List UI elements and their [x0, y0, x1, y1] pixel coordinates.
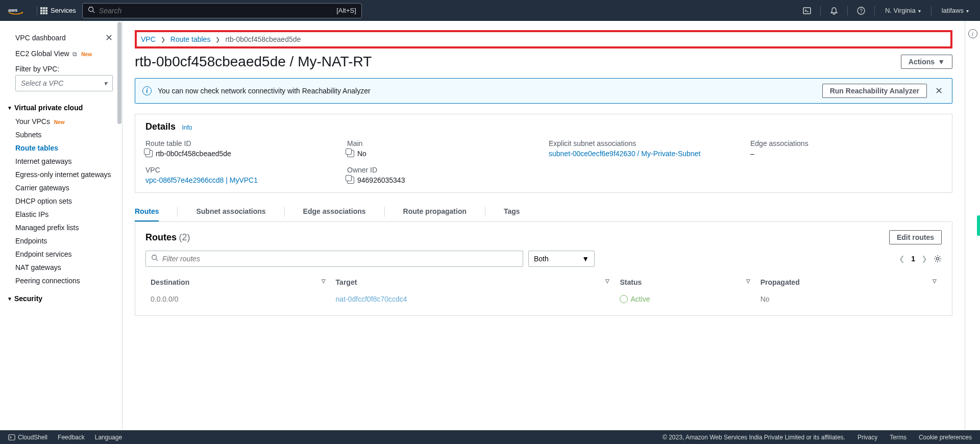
routes-scope-select[interactable]: Both ▼ [528, 251, 595, 267]
svg-rect-5 [43, 10, 45, 12]
col-propagated[interactable]: Propagated▽ [755, 274, 942, 291]
sidebar-item-igw[interactable]: Internet gateways [0, 155, 122, 168]
info-icon[interactable]: i [968, 29, 977, 38]
close-icon[interactable]: ✕ [105, 32, 113, 43]
svg-text:?: ? [860, 8, 863, 14]
tabs: Routes Subnet associations Edge associat… [135, 202, 952, 222]
vpc-label: VPC [145, 166, 337, 174]
cloudshell-icon[interactable] [799, 3, 815, 19]
search-input[interactable] [99, 7, 336, 15]
col-destination[interactable]: Destination▽ [145, 274, 331, 291]
scrollbar-thumb[interactable] [117, 22, 121, 124]
run-reachability-button[interactable]: Run Reachability Analyzer [822, 84, 927, 98]
breadcrumb: VPC ❯ Route tables ❯ rtb-0b0cf458cbeaed5… [141, 35, 946, 43]
sidebar-item-your-vpcs[interactable]: Your VPCs New [0, 115, 122, 128]
sidebar-item-subnets[interactable]: Subnets [0, 128, 122, 141]
copy-icon[interactable] [145, 150, 153, 157]
edit-routes-button[interactable]: Edit routes [889, 230, 942, 244]
svg-point-10 [89, 7, 93, 11]
col-status[interactable]: Status▽ [615, 274, 755, 291]
sidebar-item-prefix[interactable]: Managed prefix lists [0, 221, 122, 234]
global-search[interactable]: [Alt+S] [82, 3, 362, 18]
next-page-button[interactable]: ❯ [921, 255, 927, 263]
cloudshell-link[interactable]: CloudShell [8, 434, 47, 441]
breadcrumb-highlight: VPC ❯ Route tables ❯ rtb-0b0cf458cbeaed5… [135, 30, 952, 48]
vpc-filter-select[interactable]: Select a VPC ▾ [15, 75, 113, 91]
terms-link[interactable]: Terms [890, 434, 906, 441]
chevron-down-icon: ▼ [582, 255, 589, 263]
language-link[interactable]: Language [95, 434, 122, 441]
sidebar-item-nat[interactable]: NAT gateways [0, 261, 122, 274]
cookies-link[interactable]: Cookie preferences [919, 434, 972, 441]
routes-filter-input[interactable] [162, 255, 518, 263]
col-target[interactable]: Target▽ [331, 274, 615, 291]
main: VPC ❯ Route tables ❯ rtb-0b0cf458cbeaed5… [122, 21, 980, 430]
cell-destination: 0.0.0.0/0 [145, 291, 331, 308]
tab-routes[interactable]: Routes [135, 202, 159, 221]
sidebar-item-eip[interactable]: Elastic IPs [0, 208, 122, 221]
main-value: No [357, 150, 366, 158]
sidebar-item-route-tables[interactable]: Route tables [0, 141, 122, 155]
privacy-link[interactable]: Privacy [857, 434, 877, 441]
routes-filter[interactable] [145, 251, 523, 267]
new-badge: New [54, 119, 65, 125]
info-link[interactable]: Info [182, 124, 192, 131]
filter-vpc-label: Filter by VPC: [0, 61, 122, 75]
actions-button[interactable]: Actions ▼ [901, 55, 952, 69]
sidebar-item-endpoints[interactable]: Endpoints [0, 234, 122, 248]
breadcrumb-vpc[interactable]: VPC [141, 35, 156, 43]
notice-message: You can now check network connectivity w… [158, 87, 816, 95]
tab-route-propagation[interactable]: Route propagation [403, 202, 467, 221]
panel-resize-handle[interactable] [977, 215, 980, 236]
sidebar-item-carrier[interactable]: Carrier gateways [0, 181, 122, 194]
prev-page-button[interactable]: ❮ [899, 255, 905, 263]
chevron-down-icon: ▾ [104, 79, 107, 87]
help-icon[interactable]: ? [853, 3, 869, 19]
section-security[interactable]: ▼ Security [0, 287, 122, 306]
svg-line-11 [92, 11, 94, 13]
chevron-down-icon: ▼ [938, 58, 945, 66]
user-menu[interactable]: latifaws [937, 7, 974, 14]
sidebar-item-egress[interactable]: Egress-only internet gateways [0, 168, 122, 181]
sidebar-item-dhcp[interactable]: DHCP option sets [0, 194, 122, 208]
copy-icon[interactable] [347, 177, 354, 184]
vpc-link[interactable]: vpc-086f57e4e2966ccd8 | MyVPC1 [145, 176, 258, 184]
notifications-icon[interactable] [826, 3, 842, 19]
route-table-id-label: Route table ID [145, 139, 337, 147]
ec2-global-view-link[interactable]: EC2 Global View ⧉ New [0, 46, 122, 61]
details-panel: Details Info Route table ID rtb-0b0cf458… [135, 114, 952, 193]
tab-subnet-associations[interactable]: Subnet associations [196, 202, 265, 221]
divider [37, 6, 37, 15]
copy-icon[interactable] [347, 150, 354, 157]
tab-edge-associations[interactable]: Edge associations [303, 202, 366, 221]
services-label: Services [51, 7, 76, 14]
new-badge: New [81, 52, 92, 57]
svg-text:aws: aws [8, 7, 18, 12]
close-icon[interactable]: ✕ [933, 85, 945, 96]
cell-status: Active [615, 291, 755, 308]
topbar: aws Services [Alt+S] ? N. Virginia latif… [0, 0, 980, 21]
feedback-link[interactable]: Feedback [58, 434, 85, 441]
explicit-subnet-link[interactable]: subnet-00ce0ecf6e9f42630 / My-Private-Su… [549, 150, 700, 158]
services-menu[interactable]: Services [40, 7, 76, 14]
sidebar-item-endpoint-svc[interactable]: Endpoint services [0, 248, 122, 261]
svg-line-16 [156, 259, 158, 261]
breadcrumb-route-tables[interactable]: Route tables [170, 35, 211, 43]
routes-panel: Routes (2) Edit routes Both ▼ [135, 222, 952, 316]
external-link-icon: ⧉ [72, 51, 77, 58]
gear-icon[interactable] [934, 255, 942, 263]
owner-value: 946926035343 [357, 176, 405, 184]
aws-logo[interactable]: aws [6, 6, 26, 15]
region-selector[interactable]: N. Virginia [880, 7, 926, 14]
svg-point-15 [152, 255, 157, 260]
chevron-down-icon: ▼ [7, 296, 12, 302]
section-vpc[interactable]: ▼ Virtual private cloud [0, 98, 122, 115]
routes-count: (2) [179, 232, 190, 242]
edge-value: – [750, 150, 942, 158]
svg-rect-9 [45, 12, 47, 14]
sidebar-item-peering[interactable]: Peering connections [0, 274, 122, 287]
copyright: © 2023, Amazon Web Services India Privat… [663, 434, 845, 441]
vpc-dashboard-link[interactable]: VPC dashboard [15, 34, 66, 42]
tab-tags[interactable]: Tags [504, 202, 520, 221]
table-row[interactable]: 0.0.0.0/0 nat-0dfccf0f8c70ccdc4 Active N… [145, 291, 942, 308]
